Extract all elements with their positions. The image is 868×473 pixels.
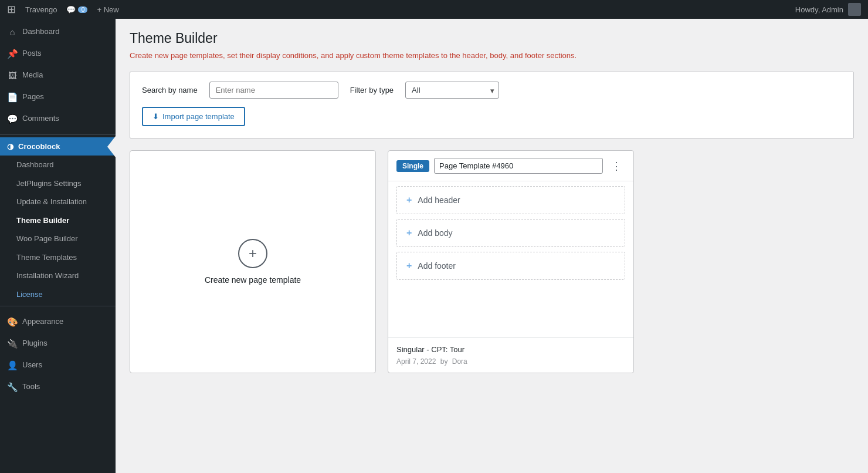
add-body-label: Add body: [418, 228, 452, 238]
users-icon: 👤: [7, 359, 18, 371]
create-plus-circle: +: [238, 239, 267, 268]
sidebar-sub-install-wizard[interactable]: Installation Wizard: [0, 266, 116, 285]
plugins-icon: 🔌: [7, 337, 18, 350]
template-author: Dora: [452, 357, 467, 366]
comments-link[interactable]: 💬 0: [66, 5, 87, 14]
sidebar-sub-woo[interactable]: Woo Page Builder: [0, 229, 116, 248]
sidebar-item-plugins[interactable]: 🔌 Plugins: [0, 333, 116, 354]
avatar[interactable]: [848, 3, 861, 16]
cards-grid: + Create new page template Single ⋮ + Ad…: [130, 150, 854, 373]
create-label: Create new page template: [205, 275, 301, 285]
sidebar-item-label: Pages: [22, 92, 44, 102]
template-date: April 7, 2022: [396, 357, 436, 366]
sidebar-item-label: Media: [22, 70, 43, 80]
sidebar-item-label: Users: [22, 360, 42, 370]
filter-row: Search by name Filter by type All Single…: [142, 82, 842, 99]
sidebar-sub-theme-builder[interactable]: Theme Builder: [0, 211, 116, 230]
template-menu-button[interactable]: ⋮: [608, 158, 625, 174]
template-card: Single ⋮ + Add header + Add body: [388, 150, 634, 373]
sidebar-item-appearance[interactable]: 🎨 Appearance: [0, 311, 116, 333]
comments-icon: 💬: [7, 113, 18, 125]
sidebar-item-posts[interactable]: 📌 Posts: [0, 43, 116, 65]
site-name[interactable]: Travengo: [25, 5, 57, 14]
sidebar-sub-update[interactable]: Update & Installation: [0, 192, 116, 211]
search-label: Search by name: [142, 86, 198, 94]
sidebar-sub-license[interactable]: License: [0, 285, 116, 304]
sidebar-item-label: Tools: [22, 381, 40, 392]
admin-bar-right: Howdy, Admin: [795, 3, 861, 16]
filter-type-select[interactable]: All Single Archive 404: [405, 82, 499, 99]
crocoblock-label: Crocoblock: [18, 142, 60, 151]
howdy-text: Howdy, Admin: [795, 5, 843, 14]
filter-bar: Search by name Filter by type All Single…: [130, 72, 854, 138]
wp-logo-icon: ⊞: [7, 3, 16, 16]
sidebar-item-label: Posts: [22, 48, 42, 59]
sidebar-item-media[interactable]: 🖼 Media: [0, 65, 116, 86]
sidebar-top-section: ⌂ Dashboard 📌 Posts 🖼 Media 📄 Pages 💬 Co…: [0, 19, 116, 132]
posts-icon: 📌: [7, 48, 18, 60]
import-btn-label: Import page template: [162, 112, 235, 121]
footer-plus-icon: +: [406, 261, 412, 271]
sidebar-item-label: Dashboard: [22, 26, 60, 37]
sidebar-crocoblock-sub: Dashboard JetPlugins Settings Update & I…: [0, 156, 116, 303]
comment-icon: 💬: [66, 5, 76, 14]
add-body-row[interactable]: + Add body: [396, 219, 625, 247]
page-title: Theme Builder: [130, 31, 854, 46]
template-name-input[interactable]: [434, 158, 603, 174]
filter-type-label: Filter by type: [350, 86, 394, 94]
create-new-card[interactable]: + Create new page template: [130, 150, 376, 373]
header-plus-icon: +: [406, 195, 412, 205]
template-sections: + Add header + Add body + Add footer: [388, 181, 633, 337]
sidebar-item-comments[interactable]: 💬 Comments: [0, 108, 116, 130]
filter-type-select-wrap: All Single Archive 404: [405, 82, 499, 99]
comments-count: 0: [78, 6, 87, 13]
page-subtitle: Create new page templates, set their dis…: [130, 51, 854, 60]
sidebar-item-dashboard[interactable]: ⌂ Dashboard: [0, 21, 116, 43]
import-page-template-button[interactable]: ⬇ Import page template: [142, 107, 245, 126]
import-icon: ⬇: [152, 112, 159, 121]
sidebar-item-label: Appearance: [22, 316, 63, 327]
ellipsis-icon: ⋮: [611, 160, 622, 173]
sidebar-item-users[interactable]: 👤 Users: [0, 354, 116, 376]
add-header-row[interactable]: + Add header: [396, 186, 625, 214]
add-footer-label: Add footer: [418, 261, 456, 271]
sidebar-arrow: [107, 136, 116, 157]
crocoblock-icon: ◑: [7, 142, 13, 151]
appearance-icon: 🎨: [7, 316, 18, 328]
template-meta: April 7, 2022 by Dora: [396, 357, 625, 366]
sidebar-item-tools[interactable]: 🔧 Tools: [0, 376, 116, 398]
main-content: Theme Builder Create new page templates,…: [116, 19, 868, 473]
media-icon: 🖼: [7, 69, 18, 82]
sidebar: ⌂ Dashboard 📌 Posts 🖼 Media 📄 Pages 💬 Co…: [0, 19, 116, 473]
sidebar-item-pages[interactable]: 📄 Pages: [0, 86, 116, 108]
add-footer-row[interactable]: + Add footer: [396, 252, 625, 280]
add-header-label: Add header: [418, 195, 460, 205]
tools-icon: 🔧: [7, 381, 18, 393]
template-by: by: [440, 357, 448, 366]
sidebar-bottom-section: 🎨 Appearance 🔌 Plugins 👤 Users 🔧 Tools: [0, 309, 116, 400]
template-footer-info: Singular - CPT: Tour April 7, 2022 by Do…: [388, 337, 633, 373]
pages-icon: 📄: [7, 91, 18, 103]
template-type-badge: Single: [396, 160, 429, 172]
dashboard-icon: ⌂: [7, 26, 18, 38]
admin-bar: ⊞ Travengo 💬 0 + New Howdy, Admin: [0, 0, 868, 19]
sidebar-item-label: Comments: [22, 113, 59, 124]
sidebar-sub-jetplugins[interactable]: JetPlugins Settings: [0, 174, 116, 193]
plus-icon: +: [249, 245, 257, 262]
crocoblock-header[interactable]: ◑ Crocoblock: [0, 137, 116, 156]
template-condition: Singular - CPT: Tour: [396, 345, 625, 354]
sidebar-item-label: Plugins: [22, 338, 48, 349]
body-plus-icon: +: [406, 228, 412, 238]
template-card-header: Single ⋮: [388, 151, 633, 181]
sidebar-sub-theme-templates[interactable]: Theme Templates: [0, 248, 116, 267]
sidebar-sub-cb-dashboard[interactable]: Dashboard: [0, 156, 116, 174]
search-input[interactable]: [209, 82, 338, 99]
new-link[interactable]: + New: [97, 5, 118, 14]
